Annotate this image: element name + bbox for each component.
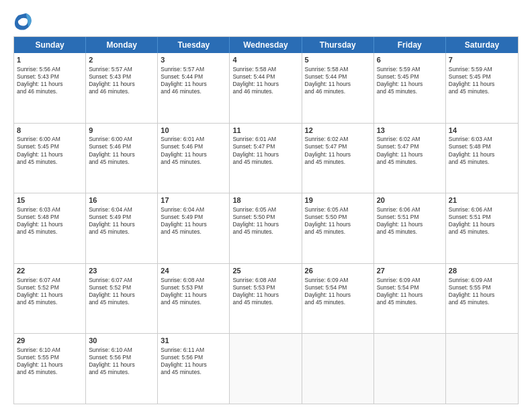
cell-info-line: Daylight: 11 hours — [161, 221, 226, 228]
calendar-cell-18: 18Sunrise: 6:05 AMSunset: 5:50 PMDayligh… — [230, 193, 302, 263]
day-number: 28 — [449, 266, 515, 276]
cell-info-line: Daylight: 11 hours — [89, 291, 154, 299]
cell-info-line: Sunrise: 6:10 AM — [89, 347, 154, 354]
calendar-row-2: 8Sunrise: 6:00 AMSunset: 5:45 PMDaylight… — [14, 123, 518, 193]
cell-info-line: Sunrise: 6:07 AM — [17, 277, 83, 284]
cell-info-line: Sunrise: 6:02 AM — [305, 136, 371, 143]
cell-info-line: Daylight: 11 hours — [17, 361, 83, 369]
cell-info-line: Daylight: 11 hours — [161, 361, 226, 369]
cell-info-line: and 45 minutes. — [449, 158, 515, 166]
cell-info-line: and 45 minutes. — [377, 228, 443, 236]
cell-info-line: Sunset: 5:56 PM — [161, 354, 226, 361]
cell-info-line: Sunset: 5:48 PM — [17, 214, 83, 221]
calendar-cell-30: 30Sunrise: 6:10 AMSunset: 5:56 PMDayligh… — [86, 334, 158, 404]
header-day-thursday: Thursday — [302, 37, 374, 53]
calendar-cell-28: 28Sunrise: 6:09 AMSunset: 5:55 PMDayligh… — [446, 264, 518, 334]
cell-info-line: Daylight: 11 hours — [305, 291, 371, 299]
calendar-cell-5: 5Sunrise: 5:58 AMSunset: 5:44 PMDaylight… — [302, 53, 374, 123]
cell-info-line: Sunset: 5:46 PM — [161, 143, 226, 150]
day-number: 17 — [161, 195, 226, 205]
header-day-tuesday: Tuesday — [158, 37, 230, 53]
header-day-friday: Friday — [374, 37, 446, 53]
day-number: 10 — [161, 126, 226, 136]
day-number: 30 — [89, 336, 154, 346]
calendar-cell-9: 9Sunrise: 6:00 AMSunset: 5:46 PMDaylight… — [86, 124, 158, 193]
day-number: 21 — [449, 195, 515, 205]
calendar-cell-empty — [374, 334, 446, 404]
cell-info-line: Sunrise: 6:08 AM — [161, 277, 226, 284]
cell-info-line: Sunrise: 5:57 AM — [161, 66, 226, 73]
cell-info-line: Sunrise: 6:10 AM — [17, 347, 83, 354]
cell-info-line: Daylight: 11 hours — [89, 151, 154, 158]
calendar-cell-empty — [302, 334, 374, 404]
cell-info-line: and 45 minutes. — [232, 228, 298, 236]
cell-info-line: and 45 minutes. — [305, 228, 371, 236]
cell-info-line: Sunset: 5:48 PM — [449, 143, 515, 150]
cell-info-line: and 46 minutes. — [89, 88, 154, 95]
cell-info-line: Sunset: 5:56 PM — [89, 354, 154, 361]
day-number: 9 — [89, 126, 154, 136]
day-number: 18 — [232, 195, 298, 205]
day-number: 29 — [17, 336, 83, 346]
cell-info-line: and 45 minutes. — [232, 158, 298, 166]
cell-info-line: Sunrise: 6:03 AM — [17, 206, 83, 214]
cell-info-line: Daylight: 11 hours — [161, 81, 226, 88]
cell-info-line: Sunrise: 5:59 AM — [449, 66, 515, 73]
calendar-cell-22: 22Sunrise: 6:07 AMSunset: 5:52 PMDayligh… — [14, 264, 86, 334]
cell-info-line: Daylight: 11 hours — [89, 361, 154, 369]
cell-info-line: Daylight: 11 hours — [89, 221, 154, 228]
header-day-monday: Monday — [86, 37, 158, 53]
cell-info-line: Sunset: 5:54 PM — [377, 284, 443, 291]
cell-info-line: and 45 minutes. — [17, 299, 83, 306]
cell-info-line: Daylight: 11 hours — [17, 81, 83, 88]
cell-info-line: and 45 minutes. — [449, 88, 515, 95]
day-number: 26 — [305, 266, 371, 276]
day-number: 11 — [232, 126, 298, 136]
calendar-cell-25: 25Sunrise: 6:08 AMSunset: 5:53 PMDayligh… — [230, 264, 302, 334]
calendar-cell-2: 2Sunrise: 5:57 AMSunset: 5:43 PMDaylight… — [86, 53, 158, 123]
cell-info-line: Daylight: 11 hours — [232, 151, 298, 158]
calendar-cell-8: 8Sunrise: 6:00 AMSunset: 5:45 PMDaylight… — [14, 124, 86, 193]
cell-info-line: and 46 minutes. — [17, 88, 83, 95]
cell-info-line: and 45 minutes. — [89, 369, 154, 376]
calendar-cell-empty — [446, 334, 518, 404]
cell-info-line: Sunrise: 5:58 AM — [232, 66, 298, 73]
day-number: 13 — [377, 126, 443, 136]
header-day-wednesday: Wednesday — [230, 37, 302, 53]
cell-info-line: Daylight: 11 hours — [305, 221, 371, 228]
cell-info-line: Sunrise: 5:59 AM — [377, 66, 443, 73]
cell-info-line: Sunrise: 6:06 AM — [449, 206, 515, 214]
calendar-cell-empty — [230, 334, 302, 404]
cell-info-line: and 45 minutes. — [377, 158, 443, 166]
cell-info-line: and 46 minutes. — [305, 88, 371, 95]
day-number: 1 — [17, 55, 83, 65]
cell-info-line: Sunset: 5:45 PM — [17, 143, 83, 150]
header — [13, 12, 519, 31]
cell-info-line: Sunrise: 6:04 AM — [161, 206, 226, 214]
cell-info-line: Sunset: 5:52 PM — [89, 284, 154, 291]
cell-info-line: Daylight: 11 hours — [89, 81, 154, 88]
day-number: 15 — [17, 195, 83, 205]
day-number: 3 — [161, 55, 226, 65]
calendar-cell-29: 29Sunrise: 6:10 AMSunset: 5:55 PMDayligh… — [14, 334, 86, 404]
cell-info-line: Sunset: 5:44 PM — [161, 73, 226, 81]
calendar-cell-7: 7Sunrise: 5:59 AMSunset: 5:45 PMDaylight… — [446, 53, 518, 123]
cell-info-line: Sunset: 5:53 PM — [161, 284, 226, 291]
cell-info-line: and 45 minutes. — [377, 88, 443, 95]
day-number: 20 — [377, 195, 443, 205]
calendar-cell-17: 17Sunrise: 6:04 AMSunset: 5:49 PMDayligh… — [158, 193, 230, 263]
cell-info-line: Sunrise: 5:58 AM — [305, 66, 371, 73]
calendar-body: 1Sunrise: 5:56 AMSunset: 5:43 PMDaylight… — [14, 53, 518, 404]
cell-info-line: Sunset: 5:51 PM — [449, 214, 515, 221]
cell-info-line: and 45 minutes. — [305, 299, 371, 306]
cell-info-line: and 45 minutes. — [449, 299, 515, 306]
cell-info-line: Sunset: 5:45 PM — [449, 73, 515, 81]
cell-info-line: Sunrise: 6:00 AM — [89, 136, 154, 143]
day-number: 4 — [232, 55, 298, 65]
day-number: 8 — [17, 126, 83, 136]
cell-info-line: Sunrise: 6:07 AM — [89, 277, 154, 284]
cell-info-line: Sunset: 5:53 PM — [232, 284, 298, 291]
cell-info-line: Daylight: 11 hours — [17, 221, 83, 228]
cell-info-line: Sunset: 5:44 PM — [232, 73, 298, 81]
cell-info-line: Daylight: 11 hours — [17, 151, 83, 158]
